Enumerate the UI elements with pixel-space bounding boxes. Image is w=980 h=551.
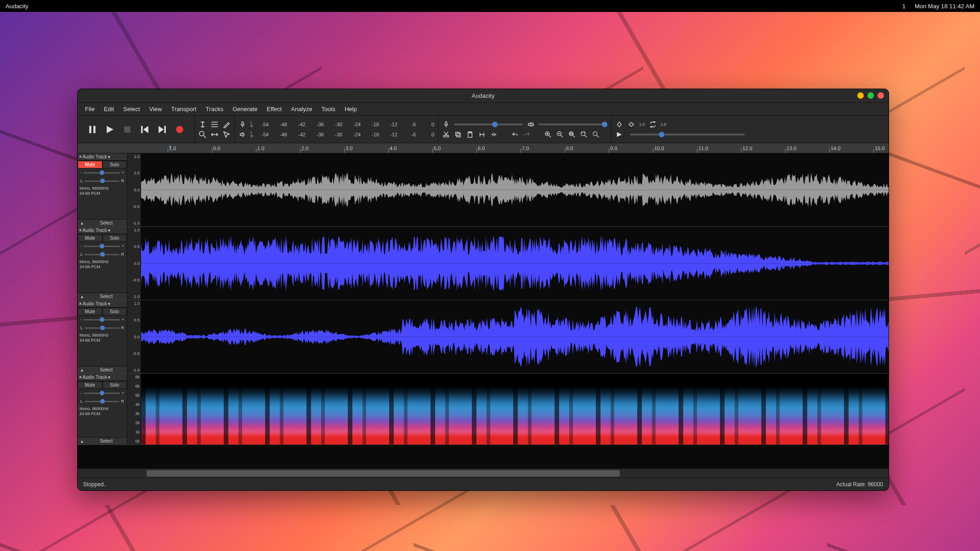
track-vruler[interactable]: 1.00.50.0-0.5-1.0: [127, 153, 141, 226]
track-vruler[interactable]: 8k6k5k4k3k2k1k0k: [127, 374, 141, 444]
waveform-display[interactable]: [141, 300, 889, 373]
zoom-fit-icon[interactable]: [580, 130, 588, 139]
menu-file[interactable]: File: [80, 104, 99, 114]
track-control-panel[interactable]: × Audio Track ▾ Mute Solo -+ LR Mono, 96…: [78, 374, 127, 444]
track-collapse-icon[interactable]: ▴: [78, 367, 86, 372]
silence-icon[interactable]: [490, 130, 498, 139]
track-select-button[interactable]: Select: [86, 219, 127, 226]
timeshift-tool-icon[interactable]: [210, 130, 219, 139]
track-close-icon[interactable]: ×: [79, 228, 82, 233]
trim-icon[interactable]: [478, 130, 486, 139]
track-menu-icon[interactable]: ▾: [108, 228, 110, 233]
menu-view[interactable]: View: [145, 104, 167, 114]
envelope-tool-icon[interactable]: [210, 120, 219, 129]
draw-tool-icon[interactable]: [222, 120, 231, 129]
rec-db-scale[interactable]: -54-48-42-36-30-24-18-12-60: [259, 122, 434, 127]
solo-button[interactable]: Solo: [102, 381, 127, 389]
track-menu-icon[interactable]: ▾: [108, 375, 110, 380]
playback-volume-slider[interactable]: [538, 124, 607, 125]
zoom-out-icon[interactable]: [556, 130, 564, 139]
speaker-icon[interactable]: [238, 130, 247, 139]
track-select-button[interactable]: Select: [86, 366, 127, 373]
sync-lock-icon[interactable]: [615, 120, 623, 129]
zoom-toggle-icon[interactable]: [592, 130, 600, 139]
play-button[interactable]: [104, 124, 115, 135]
solo-button[interactable]: Solo: [102, 161, 127, 169]
stop-button[interactable]: [122, 124, 133, 135]
track-select-button[interactable]: Select: [86, 293, 127, 300]
waveform-display[interactable]: [141, 227, 889, 300]
mute-button[interactable]: Mute: [78, 161, 102, 169]
scrollbar-thumb[interactable]: [147, 470, 620, 477]
zoom-in-icon[interactable]: [544, 130, 552, 139]
track-control-panel[interactable]: × Audio Track ▾ Mute Solo -+ LR Mono, 96…: [78, 300, 127, 373]
mic-icon[interactable]: [238, 120, 247, 129]
mute-button[interactable]: Mute: [78, 381, 102, 389]
pan-slider[interactable]: [85, 180, 119, 182]
undo-icon[interactable]: [511, 130, 519, 139]
track-close-icon[interactable]: ×: [79, 375, 82, 380]
play-at-speed-slider[interactable]: [630, 134, 745, 135]
workspace-indicator[interactable]: 1: [902, 3, 906, 10]
track-control-panel[interactable]: × Audio Track ▾ Mute Solo -+ LR Mono, 96…: [78, 227, 127, 300]
menu-edit[interactable]: Edit: [99, 104, 119, 114]
menu-help[interactable]: Help: [340, 104, 362, 114]
menu-effect[interactable]: Effect: [262, 104, 286, 114]
play-db-scale[interactable]: -54-48-42-36-30-24-18-12-60: [259, 132, 434, 137]
window-close-button[interactable]: [878, 92, 884, 99]
pan-slider[interactable]: [85, 327, 119, 329]
track-close-icon[interactable]: ×: [79, 301, 82, 306]
track-menu-icon[interactable]: ▾: [108, 301, 110, 306]
pan-slider[interactable]: [85, 401, 119, 402]
track-collapse-icon[interactable]: ▴: [78, 220, 86, 225]
window-maximize-button[interactable]: [867, 92, 874, 99]
window-titlebar[interactable]: Audacity: [78, 89, 889, 103]
gain-slider[interactable]: [84, 319, 120, 320]
zoom-tool-icon[interactable]: [198, 130, 207, 139]
recording-volume-slider[interactable]: [454, 124, 523, 125]
track-select-button[interactable]: Select: [86, 438, 127, 444]
timeline-ruler[interactable]: ▼ 1.0 0.0 1.0 2.0 3.0 4.0 5.0 6.0 7.0 8.…: [78, 143, 889, 153]
record-button[interactable]: [174, 124, 185, 135]
pause-button[interactable]: [87, 124, 98, 135]
cut-icon[interactable]: [442, 130, 450, 139]
redo-icon[interactable]: [523, 130, 531, 139]
skip-end-button[interactable]: [157, 124, 168, 135]
multi-tool-icon[interactable]: [222, 130, 231, 139]
pan-slider[interactable]: [85, 254, 119, 255]
menu-select[interactable]: Select: [119, 104, 144, 114]
track-name[interactable]: Audio Track: [83, 228, 107, 233]
sync-lock2-icon[interactable]: [627, 120, 635, 129]
track-menu-icon[interactable]: ▾: [108, 154, 110, 159]
loop-icon[interactable]: [649, 120, 657, 129]
horizontal-scrollbar[interactable]: [78, 468, 889, 478]
menu-tracks[interactable]: Tracks: [201, 104, 228, 114]
spectrogram-display[interactable]: [141, 374, 889, 444]
zoom-selection-icon[interactable]: [568, 130, 576, 139]
track-name[interactable]: Audio Track: [83, 375, 107, 380]
gain-slider[interactable]: [84, 172, 120, 174]
skip-start-button[interactable]: [139, 124, 150, 135]
gain-slider[interactable]: [84, 393, 120, 394]
mute-button[interactable]: Mute: [78, 234, 102, 242]
selection-tool-icon[interactable]: [198, 120, 207, 129]
track-collapse-icon[interactable]: ▴: [78, 439, 86, 444]
clock[interactable]: Mon May 18 11:42 AM: [915, 3, 974, 10]
paste-icon[interactable]: [466, 130, 474, 139]
menu-transport[interactable]: Transport: [166, 104, 201, 114]
track-name[interactable]: Audio Track: [83, 154, 107, 159]
menu-tools[interactable]: Tools: [317, 104, 340, 114]
gain-slider[interactable]: [84, 246, 120, 247]
mute-button[interactable]: Mute: [78, 308, 102, 315]
track-collapse-icon[interactable]: ▴: [78, 294, 86, 299]
menu-analyze[interactable]: Analyze: [286, 104, 317, 114]
solo-button[interactable]: Solo: [102, 234, 127, 242]
track-vruler[interactable]: 1.00.50.0-0.5-1.0: [127, 227, 141, 300]
track-name[interactable]: Audio Track: [83, 301, 107, 306]
track-vruler[interactable]: 1.00.50.0-0.5-1.0: [127, 300, 141, 373]
play-at-speed-icon[interactable]: [615, 130, 623, 139]
copy-icon[interactable]: [454, 130, 462, 139]
solo-button[interactable]: Solo: [102, 308, 127, 315]
window-minimize-button[interactable]: [857, 92, 864, 99]
waveform-display[interactable]: [141, 153, 889, 226]
